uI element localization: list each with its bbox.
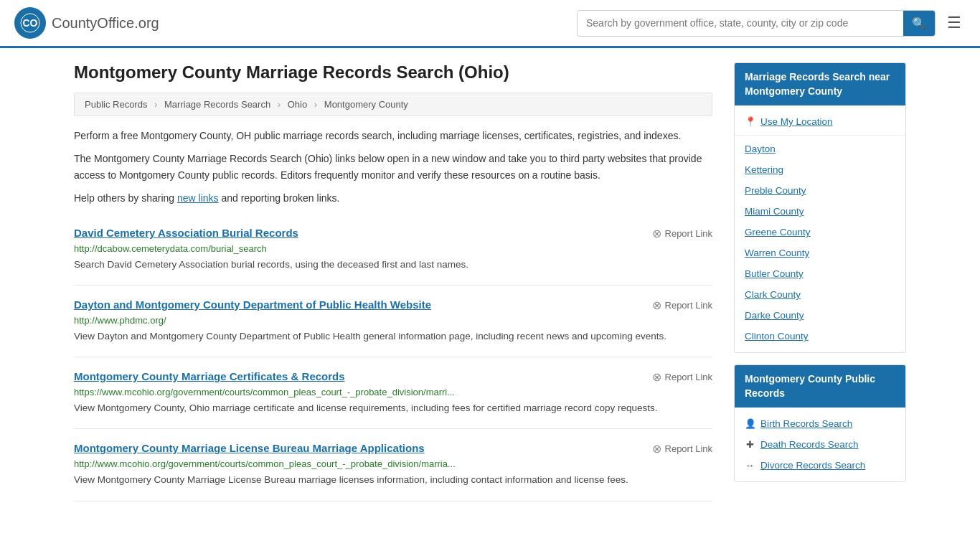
- record-desc: View Montgomery County, Ohio marriage ce…: [74, 401, 712, 415]
- record-item: Montgomery County Marriage Certificates …: [74, 357, 712, 429]
- main-container: Montgomery County Marriage Records Searc…: [60, 48, 920, 516]
- hamburger-menu-icon[interactable]: ☰: [943, 9, 966, 37]
- breadcrumb-ohio[interactable]: Ohio: [288, 99, 307, 110]
- new-links-link[interactable]: new links: [177, 192, 219, 204]
- nearby-section: Marriage Records Search near Montgomery …: [734, 62, 906, 353]
- svg-text:CO: CO: [23, 17, 38, 29]
- record-title[interactable]: David Cemetery Association Burial Record…: [74, 227, 298, 239]
- public-records-section-body: 👤 Birth Records Search ✚ Death Records S…: [735, 408, 905, 481]
- sidebar-item-warren-county[interactable]: Warren County: [735, 242, 905, 263]
- search-bar: 🔍: [577, 10, 936, 37]
- intro-paragraph-1: Perform a free Montgomery County, OH pub…: [74, 128, 712, 143]
- header-right: 🔍 ☰: [577, 9, 966, 37]
- sidebar-item-clinton-county[interactable]: Clinton County: [735, 326, 905, 347]
- sidebar-item-label: Clark County: [745, 289, 801, 300]
- sidebar-item-birth-records[interactable]: 👤 Birth Records Search: [735, 413, 905, 434]
- sidebar-item-label: Warren County: [745, 248, 809, 258]
- sidebar-item-label: Miami County: [745, 206, 804, 217]
- sidebar-item-label: Greene County: [745, 227, 811, 237]
- record-url[interactable]: http://www.phdmc.org/: [74, 315, 712, 326]
- search-input[interactable]: [578, 11, 903, 34]
- breadcrumb-marriage-records[interactable]: Marriage Records Search: [164, 99, 270, 110]
- record-item: Dayton and Montgomery County Department …: [74, 286, 712, 357]
- sidebar-item-use-my-location[interactable]: 📍 Use My Location: [735, 111, 905, 132]
- report-link[interactable]: ⊗ Report Link: [652, 227, 712, 240]
- sidebar-item-label: Kettering: [745, 164, 783, 175]
- public-records-section-header: Montgomery County Public Records: [735, 365, 905, 408]
- sidebar-item-clark-county[interactable]: Clark County: [735, 284, 905, 305]
- search-button[interactable]: 🔍: [903, 11, 935, 36]
- public-records-section: Montgomery County Public Records 👤 Birth…: [734, 364, 906, 482]
- sidebar-item-kettering[interactable]: Kettering: [735, 159, 905, 180]
- sidebar-item-label: Preble County: [745, 185, 806, 196]
- sidebar-item-label: Divorce Records Search: [760, 460, 865, 471]
- sidebar-item-preble-county[interactable]: Preble County: [735, 180, 905, 201]
- sidebar-item-label: Birth Records Search: [760, 418, 852, 429]
- main-content: Montgomery County Marriage Records Searc…: [74, 62, 712, 501]
- sidebar-item-label: Butler County: [745, 268, 804, 279]
- sidebar-item-label: Use My Location: [760, 116, 833, 127]
- breadcrumb-montgomery[interactable]: Montgomery County: [324, 99, 408, 110]
- record-url[interactable]: http://dcabow.cemeterydata.com/burial_se…: [74, 243, 712, 254]
- records-list: David Cemetery Association Burial Record…: [74, 214, 712, 501]
- record-title[interactable]: Montgomery County Marriage Certificates …: [74, 370, 345, 382]
- location-pin-icon: 📍: [745, 116, 755, 127]
- report-link[interactable]: ⊗ Report Link: [652, 442, 712, 456]
- report-icon: ⊗: [652, 370, 661, 384]
- report-icon: ⊗: [652, 298, 661, 312]
- record-desc: View Dayton and Montgomery County Depart…: [74, 329, 712, 344]
- sidebar-item-label: Darke County: [745, 310, 804, 321]
- breadcrumb-public-records[interactable]: Public Records: [85, 99, 147, 110]
- record-desc: Search David Cemetery Association burial…: [74, 258, 712, 272]
- intro-paragraph-2: The Montgomery County Marriage Records S…: [74, 151, 712, 183]
- record-header: David Cemetery Association Burial Record…: [74, 227, 712, 240]
- record-url[interactable]: http://www.mcohio.org/government/courts/…: [74, 458, 712, 469]
- record-header: Dayton and Montgomery County Department …: [74, 298, 712, 312]
- record-url[interactable]: https://www.mcohio.org/government/courts…: [74, 387, 712, 397]
- logo-text: CountyOffice.org: [52, 15, 159, 32]
- report-icon: ⊗: [652, 227, 661, 240]
- person-icon: 👤: [745, 418, 755, 429]
- sidebar-divider: [735, 135, 905, 136]
- sidebar: Marriage Records Search near Montgomery …: [734, 62, 906, 501]
- sidebar-item-label: Clinton County: [745, 331, 809, 342]
- plus-icon: ✚: [745, 439, 755, 450]
- sidebar-item-butler-county[interactable]: Butler County: [735, 263, 905, 284]
- record-header: Montgomery County Marriage Certificates …: [74, 370, 712, 384]
- record-item: Montgomery County Marriage License Burea…: [74, 429, 712, 501]
- breadcrumb: Public Records › Marriage Records Search…: [74, 93, 712, 116]
- arrow-icon: ↔: [745, 460, 755, 471]
- sidebar-item-miami-county[interactable]: Miami County: [735, 201, 905, 222]
- sidebar-item-label: Death Records Search: [760, 439, 859, 450]
- record-header: Montgomery County Marriage License Burea…: [74, 442, 712, 456]
- logo-icon: CO: [14, 7, 46, 39]
- sidebar-item-divorce-records[interactable]: ↔ Divorce Records Search: [735, 455, 905, 476]
- sidebar-item-greene-county[interactable]: Greene County: [735, 222, 905, 242]
- record-item: David Cemetery Association Burial Record…: [74, 214, 712, 286]
- sidebar-item-dayton[interactable]: Dayton: [735, 138, 905, 159]
- sidebar-item-label: Dayton: [745, 143, 776, 154]
- page-title: Montgomery County Marriage Records Searc…: [74, 62, 712, 83]
- sidebar-item-darke-county[interactable]: Darke County: [735, 305, 905, 326]
- report-icon: ⊗: [652, 442, 661, 456]
- intro-paragraph-3: Help others by sharing new links and rep…: [74, 190, 712, 206]
- logo[interactable]: CO CountyOffice.org: [14, 7, 159, 39]
- nearby-section-header: Marriage Records Search near Montgomery …: [735, 63, 905, 105]
- record-desc: View Montgomery County Marriage License …: [74, 473, 712, 487]
- record-title[interactable]: Montgomery County Marriage License Burea…: [74, 442, 425, 454]
- site-header: CO CountyOffice.org 🔍 ☰: [0, 0, 980, 48]
- nearby-section-body: 📍 Use My Location Dayton Kettering Prebl…: [735, 105, 905, 352]
- record-title[interactable]: Dayton and Montgomery County Department …: [74, 298, 431, 311]
- report-link[interactable]: ⊗ Report Link: [652, 370, 712, 384]
- report-link[interactable]: ⊗ Report Link: [652, 298, 712, 312]
- sidebar-item-death-records[interactable]: ✚ Death Records Search: [735, 434, 905, 455]
